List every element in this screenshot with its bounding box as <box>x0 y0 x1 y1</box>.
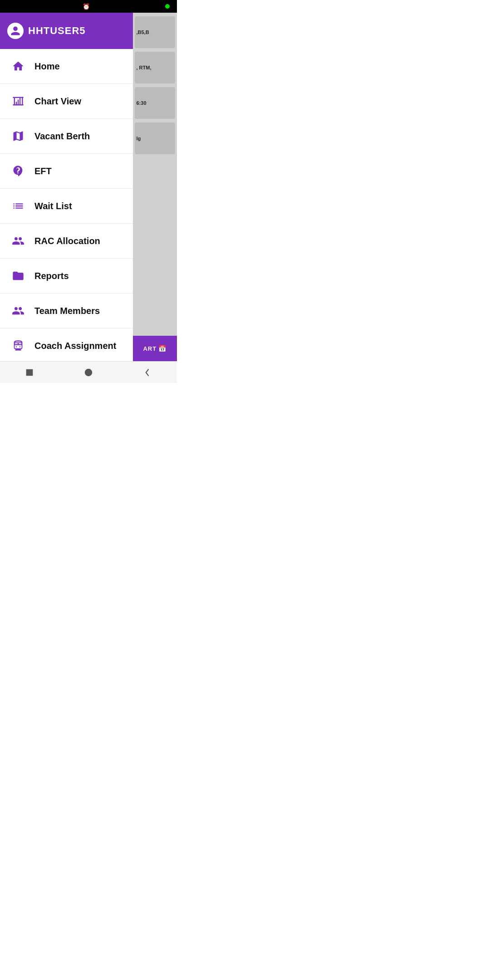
main-content: ,B5,B , RTM, 6:30 lg <box>133 13 177 361</box>
bottom-navigation <box>0 361 177 383</box>
sidebar-item-eft[interactable]: EFT <box>0 154 133 189</box>
person-icon <box>10 25 21 36</box>
wait-list-label: Wait List <box>34 201 72 211</box>
alarm-icon: ⏰ <box>83 3 90 10</box>
team-members-label: Team Members <box>34 306 100 316</box>
main-card-4: lg <box>135 122 176 154</box>
status-bar: ⏰ <box>0 0 177 13</box>
map-svg <box>12 130 24 142</box>
sidebar-item-vacant-berth[interactable]: Vacant Berth <box>0 119 133 154</box>
back-icon <box>142 368 152 377</box>
menu-list: Home Chart View <box>0 49 133 361</box>
home-label: Home <box>34 61 60 72</box>
home-icon <box>9 57 27 75</box>
folder-svg <box>12 270 24 282</box>
train-icon <box>9 337 27 355</box>
home-svg <box>12 60 24 73</box>
main-card-1: ,B5,B <box>135 16 176 48</box>
stop-icon <box>24 368 34 377</box>
card-text-2: , RTM, <box>137 65 152 70</box>
folder-icon <box>9 267 27 285</box>
list-svg <box>12 200 24 212</box>
username-label: HHTUSER5 <box>28 25 86 37</box>
back-button[interactable] <box>141 366 154 379</box>
svg-point-3 <box>20 346 20 347</box>
sidebar-item-wait-list[interactable]: Wait List <box>0 189 133 224</box>
main-card-2: , RTM, <box>135 52 176 83</box>
status-alarm: ⏰ <box>83 3 90 10</box>
money-svg <box>12 165 24 177</box>
svg-rect-4 <box>26 369 33 376</box>
battery-indicator <box>165 4 170 9</box>
calendar-icon: 📅 <box>158 345 167 352</box>
rac-allocation-label: RAC Allocation <box>34 236 100 246</box>
svg-rect-1 <box>13 104 23 105</box>
money-icon <box>9 162 27 180</box>
sidebar-item-coach-assignment[interactable]: Coach Assignment <box>0 328 133 361</box>
rac-svg <box>12 235 24 247</box>
sidebar-item-reports[interactable]: Reports <box>0 259 133 294</box>
team-icon <box>9 302 27 320</box>
user-avatar <box>7 23 24 39</box>
eft-label: EFT <box>34 166 52 176</box>
reports-label: Reports <box>34 271 69 281</box>
map-icon <box>9 127 27 145</box>
svg-rect-0 <box>13 97 23 98</box>
app-container: HHTUSER5 Home <box>0 13 177 361</box>
vacant-berth-label: Vacant Berth <box>34 131 90 142</box>
sidebar-item-chart-view[interactable]: Chart View <box>0 84 133 119</box>
sidebar-item-team-members[interactable]: Team Members <box>0 294 133 328</box>
team-svg <box>12 304 24 317</box>
home-button[interactable] <box>82 366 95 379</box>
list-icon <box>9 197 27 215</box>
bottom-purple-bar: ART 📅 <box>133 336 177 361</box>
svg-point-5 <box>85 368 93 376</box>
card-text-1: ,B5,B <box>137 29 149 35</box>
main-card-3: 6:30 <box>135 87 176 119</box>
navigation-drawer: HHTUSER5 Home <box>0 13 133 361</box>
card-text-3: 6:30 <box>137 100 147 106</box>
chart-svg <box>12 95 24 108</box>
rac-icon <box>9 232 27 250</box>
bottom-bar-text: ART <box>143 345 157 352</box>
circle-icon <box>83 368 93 377</box>
chart-icon <box>9 92 27 110</box>
drawer-header: HHTUSER5 <box>0 13 133 49</box>
train-svg <box>12 339 24 352</box>
card-text-4: lg <box>137 136 141 141</box>
svg-point-2 <box>16 346 17 347</box>
chart-view-label: Chart View <box>34 96 81 107</box>
stop-button[interactable] <box>23 366 36 379</box>
coach-assignment-label: Coach Assignment <box>34 341 116 351</box>
sidebar-item-home[interactable]: Home <box>0 49 133 84</box>
status-right <box>165 4 170 9</box>
sidebar-item-rac-allocation[interactable]: RAC Allocation <box>0 224 133 259</box>
